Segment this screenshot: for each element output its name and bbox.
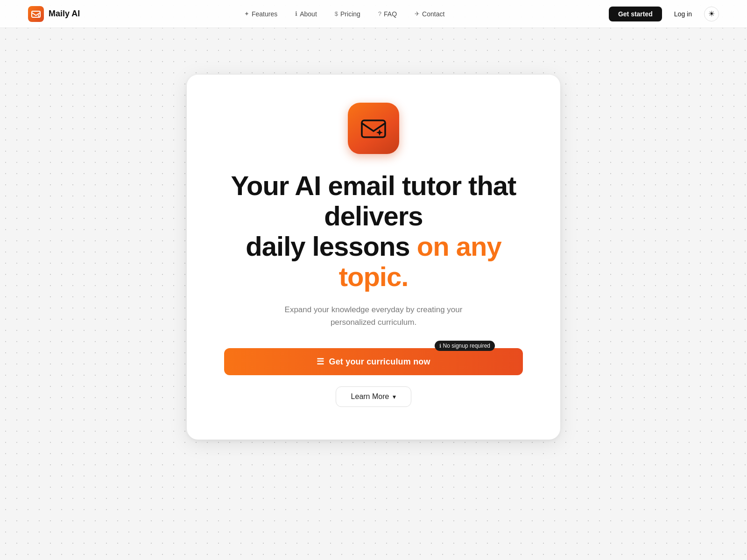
pricing-icon: $ — [335, 10, 338, 17]
brand-name: Maily AI — [49, 9, 80, 19]
hero-heading: Your AI email tutor that delivers daily … — [224, 171, 523, 292]
contact-icon: ✈ — [415, 10, 420, 17]
get-curriculum-button[interactable]: ☰ Get your curriculum now — [224, 348, 523, 375]
cta-wrapper: No signup required ☰ Get your curriculum… — [224, 348, 523, 375]
nav-item-pricing[interactable]: $ Pricing — [327, 7, 368, 21]
logo-icon — [28, 6, 44, 22]
nav-item-contact[interactable]: ✈ Contact — [407, 7, 452, 21]
chevron-down-icon: ▾ — [393, 393, 396, 400]
no-signup-badge: No signup required — [435, 341, 495, 351]
navbar: Maily AI ✦ Features ℹ About $ Pricing ? … — [0, 0, 747, 28]
about-icon: ℹ — [295, 10, 297, 17]
list-icon: ☰ — [317, 357, 324, 367]
logo-area: Maily AI — [28, 6, 80, 22]
login-button[interactable]: Log in — [667, 7, 699, 21]
nav-item-about[interactable]: ℹ About — [288, 7, 324, 21]
main-content: Your AI email tutor that delivers daily … — [0, 28, 747, 486]
features-icon: ✦ — [244, 10, 249, 17]
svg-rect-1 — [362, 120, 385, 137]
navbar-right: Get started Log in ☀ — [609, 7, 719, 21]
app-icon — [348, 103, 399, 154]
get-started-button[interactable]: Get started — [609, 7, 662, 21]
theme-toggle-button[interactable]: ☀ — [704, 7, 719, 21]
hero-subtext: Expand your knowledge everyday by creati… — [266, 303, 481, 329]
main-nav: ✦ Features ℹ About $ Pricing ? FAQ ✈ Con… — [237, 7, 452, 21]
sun-icon: ☀ — [708, 9, 715, 18]
learn-more-button[interactable]: Learn More ▾ — [336, 386, 412, 407]
faq-icon: ? — [378, 10, 381, 17]
nav-item-features[interactable]: ✦ Features — [237, 7, 285, 21]
hero-card: Your AI email tutor that delivers daily … — [187, 75, 560, 440]
nav-item-faq[interactable]: ? FAQ — [371, 7, 404, 21]
